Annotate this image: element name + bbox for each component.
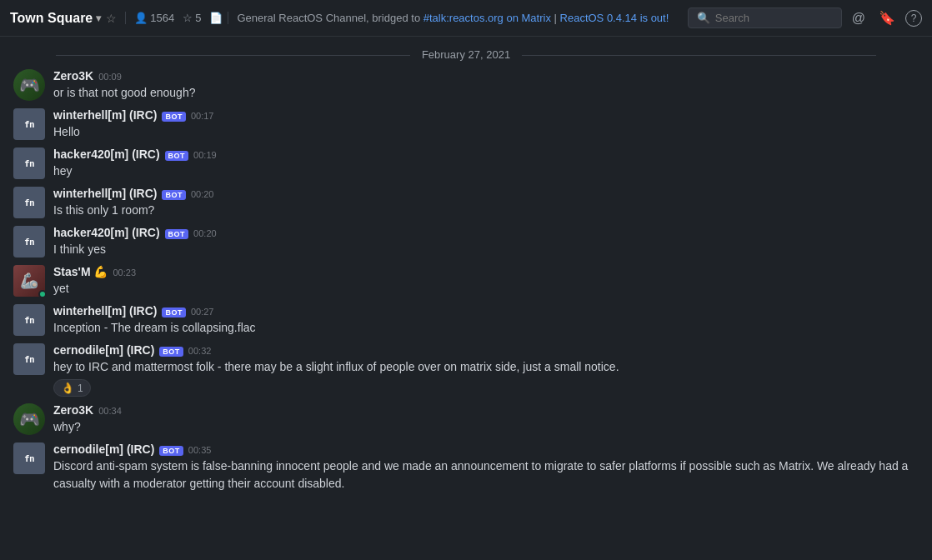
avatar: 🦾 xyxy=(13,265,45,297)
emoji-reaction[interactable]: 👌 1 xyxy=(53,379,91,397)
message-content: hacker420[m] (IRC) BOT 00:20 I think yes xyxy=(53,226,919,258)
channel-name: Town Square xyxy=(10,11,93,26)
message-content: Zero3K 00:34 why? xyxy=(53,403,919,436)
topbar: Town Square ▾ ☆ 👤 1564 ☆ 5 📄 General Rea… xyxy=(0,0,932,37)
message-text: hey to IRC and mattermost folk - there m… xyxy=(53,358,919,376)
star-icon[interactable]: ☆ xyxy=(106,12,117,25)
timestamp: 00:20 xyxy=(191,189,214,199)
timestamp: 00:35 xyxy=(188,445,212,455)
timestamp: 00:27 xyxy=(191,307,214,317)
message-row: 🦾 Stas'M 💪 00:23 yet xyxy=(0,262,932,301)
matrix-link[interactable]: #talk:reactos.org on Matrix xyxy=(423,12,551,24)
avatar: fn xyxy=(13,148,45,179)
username: winterhell[m] (IRC) xyxy=(53,108,157,122)
at-icon[interactable]: @ xyxy=(849,8,869,29)
bot-badge: BOT xyxy=(162,190,186,200)
channel-description: General ReactOS Channel, bridged to #tal… xyxy=(228,12,669,24)
search-input[interactable] xyxy=(715,12,832,24)
chevron-down-icon: ▾ xyxy=(96,12,101,24)
timestamp: 00:32 xyxy=(188,346,212,356)
channel-title[interactable]: Town Square ▾ xyxy=(10,11,101,26)
timestamp: 00:34 xyxy=(98,406,122,416)
message-text: I think yes xyxy=(53,241,919,258)
timestamp: 00:23 xyxy=(113,268,136,278)
message-header: hacker420[m] (IRC) BOT 00:19 xyxy=(53,148,919,161)
message-content: cernodile[m] (IRC) BOT 00:32 hey to IRC … xyxy=(53,343,919,397)
avatar: 🎮 xyxy=(13,403,45,435)
message-content: Zero3K 00:09 or is that not good enough? xyxy=(53,69,919,102)
stars-icon: ☆ xyxy=(183,12,193,24)
bot-badge: BOT xyxy=(159,347,183,357)
bot-badge: BOT xyxy=(165,151,189,161)
timestamp: 00:09 xyxy=(98,72,122,82)
message-text: Hello xyxy=(53,123,919,141)
file-icon: 📄 xyxy=(209,12,223,24)
avatar: 🎮 xyxy=(13,69,45,101)
bookmark-icon[interactable]: 🔖 xyxy=(875,7,899,29)
message-row: 🎮 Zero3K 00:09 or is that not good enoug… xyxy=(0,66,932,105)
message-row: fn cernodile[m] (IRC) BOT 00:32 hey to I… xyxy=(0,340,932,400)
message-text: Inception - The dream is collapsing.flac xyxy=(53,319,919,337)
message-header: Zero3K 00:09 xyxy=(53,69,919,82)
message-header: winterhell[m] (IRC) BOT 00:20 xyxy=(53,187,919,200)
message-header: winterhell[m] (IRC) BOT 00:17 xyxy=(53,108,919,122)
timestamp: 00:17 xyxy=(191,111,214,121)
timestamp: 00:20 xyxy=(193,228,217,238)
username: cernodile[m] (IRC) xyxy=(53,343,154,357)
bot-badge: BOT xyxy=(162,112,186,122)
message-content: hacker420[m] (IRC) BOT 00:19 hey xyxy=(53,148,919,180)
message-row: fn winterhell[m] (IRC) BOT 00:20 Is this… xyxy=(0,183,932,222)
username: Stas'M 💪 xyxy=(53,265,108,278)
members-count: 1564 xyxy=(150,12,174,24)
avatar: fn xyxy=(13,442,45,474)
username-emoji: 💪 xyxy=(91,265,108,278)
message-text: hey xyxy=(53,162,919,180)
message-content: winterhell[m] (IRC) BOT 00:27 Inception … xyxy=(53,304,919,337)
message-row: 🎮 Zero3K 00:34 why? xyxy=(0,400,932,439)
message-header: hacker420[m] (IRC) BOT 00:20 xyxy=(53,226,919,239)
username: winterhell[m] (IRC) xyxy=(53,304,157,318)
message-text: Discord anti-spam system is false-bannin… xyxy=(53,458,919,492)
username: Zero3K xyxy=(53,69,93,82)
members-icon: 👤 xyxy=(134,12,148,24)
bot-badge: BOT xyxy=(162,308,186,318)
message-header: cernodile[m] (IRC) BOT 00:35 xyxy=(53,442,919,456)
version-link[interactable]: ReactOS 0.4.14 is out! xyxy=(560,12,669,24)
message-row: fn cernodile[m] (IRC) BOT 00:35 Discord … xyxy=(0,439,932,496)
reaction-count: 1 xyxy=(78,382,83,394)
username: cernodile[m] (IRC) xyxy=(53,442,154,456)
username: winterhell[m] (IRC) xyxy=(53,187,157,200)
reaction-emoji: 👌 xyxy=(61,382,74,394)
message-row: fn winterhell[m] (IRC) BOT 00:17 Hello xyxy=(0,105,932,144)
date-label: February 27, 2021 xyxy=(422,48,510,61)
messages-container: 🎮 Zero3K 00:09 or is that not good enoug… xyxy=(0,66,932,496)
avatar: fn xyxy=(13,226,45,258)
message-text: why? xyxy=(53,418,919,436)
avatar: fn xyxy=(13,304,45,336)
avatar: fn xyxy=(13,343,45,375)
date-separator: February 27, 2021 xyxy=(0,37,932,66)
username: hacker420[m] (IRC) xyxy=(53,226,160,239)
message-row: fn winterhell[m] (IRC) BOT 00:27 Incepti… xyxy=(0,301,932,340)
message-header: winterhell[m] (IRC) BOT 00:27 xyxy=(53,304,919,318)
message-content: winterhell[m] (IRC) BOT 00:20 Is this on… xyxy=(53,187,919,219)
timestamp: 00:19 xyxy=(193,150,217,160)
message-text: Is this only 1 room? xyxy=(53,202,919,219)
avatar: fn xyxy=(13,108,45,140)
message-content: Stas'M 💪 00:23 yet xyxy=(53,265,919,298)
message-text: or is that not good enough? xyxy=(53,84,919,102)
username: hacker420[m] (IRC) xyxy=(53,148,160,161)
topbar-actions: 🔍 @ 🔖 ? xyxy=(688,7,922,29)
help-icon[interactable]: ? xyxy=(905,10,922,27)
members-count-item: 👤 1564 xyxy=(134,12,174,24)
message-content: winterhell[m] (IRC) BOT 00:17 Hello xyxy=(53,108,919,141)
username: Zero3K xyxy=(53,403,93,417)
bot-badge: BOT xyxy=(165,229,189,239)
message-header: Stas'M 💪 00:23 xyxy=(53,265,919,278)
search-icon: 🔍 xyxy=(697,12,710,24)
stars-item: ☆ 5 xyxy=(183,12,201,24)
avatar: fn xyxy=(13,187,45,218)
message-header: cernodile[m] (IRC) BOT 00:32 xyxy=(53,343,919,357)
search-box[interactable]: 🔍 xyxy=(688,8,842,28)
message-header: Zero3K 00:34 xyxy=(53,403,919,417)
